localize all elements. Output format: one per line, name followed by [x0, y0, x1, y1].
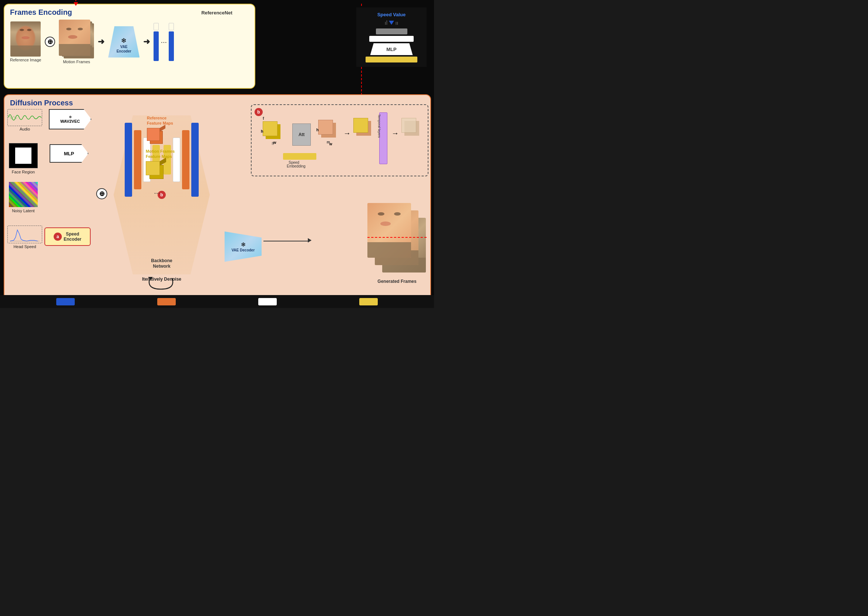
- reference-image-label: Reference Image: [10, 58, 41, 62]
- speed-value-label: Speed Value: [361, 12, 422, 17]
- svg-marker-1: [148, 277, 153, 280]
- vae-encoder-label: VAEEncoder: [117, 45, 131, 53]
- motion-feature-maps-label: Motion FramesFeature Maps: [146, 149, 175, 159]
- m-label: m: [318, 140, 339, 144]
- red-dashed-h-arrow: [367, 237, 427, 238]
- motion-frames-label: Motion Frames: [63, 60, 90, 64]
- mlp-top-bar: [376, 28, 407, 35]
- motion-frame-1: [59, 20, 90, 56]
- head-speed-label: Head Speed: [13, 244, 36, 249]
- red-arrow-top-head: [74, 2, 78, 6]
- decoder-arrow-head: [308, 238, 312, 242]
- noisy-latent-label: Noisy Latent: [12, 209, 35, 213]
- f-cube: [263, 121, 283, 141]
- wav2vec-box: ❄ WAV2VEC: [49, 109, 91, 129]
- ref-cubes: [147, 128, 165, 146]
- motion-cube-front: [146, 161, 160, 175]
- mlp-diffusion-label: MLP: [64, 151, 74, 156]
- vae-decoder-snowflake: ❄: [241, 241, 246, 248]
- generated-frames-stack: [367, 203, 427, 277]
- plus-operator: ⊕: [45, 37, 55, 47]
- feat-col-sm-2: [169, 23, 174, 30]
- legend-white: [258, 298, 277, 305]
- motion-frames-container: Motion Frames: [59, 20, 94, 64]
- m-cube: [318, 120, 339, 140]
- m-h-label: h: [316, 128, 318, 132]
- mlp-stack: MLP: [361, 28, 422, 63]
- speed-embedding-label-2: Embedding: [287, 164, 306, 168]
- motion-frames-stack: [59, 20, 94, 58]
- motion-cubes: [146, 161, 166, 182]
- noisy-latent-container: Noisy Latent: [9, 182, 38, 213]
- head-speed-border: [7, 226, 42, 243]
- arrow-2: ➜: [143, 37, 150, 47]
- head-speed-container: Head Speed: [8, 226, 41, 249]
- f-cube-front: [263, 121, 277, 136]
- speed-triangle: [389, 21, 394, 25]
- frames-encoding-box: Frames Encoding ReferenceNet Reference I…: [4, 4, 255, 89]
- recurse-arrow: [142, 276, 180, 291]
- tick-1: [385, 22, 386, 25]
- backbone-label: Backbone: [151, 258, 172, 263]
- frames-content: Reference Image ⊕: [10, 20, 249, 64]
- h-side-label: h: [261, 129, 263, 134]
- speed-encoder-label: SpeedEncoder: [64, 231, 81, 242]
- decoder-to-frames-arrow: [263, 241, 308, 242]
- reference-image: [10, 22, 41, 57]
- legend-yellow-rect: [359, 298, 378, 305]
- bottom-legend: [0, 295, 434, 308]
- feat-col-sm-1: [154, 23, 159, 30]
- feature-maps-group: ···: [154, 23, 174, 61]
- face-region-label: Face Region: [12, 170, 35, 174]
- plus-combiner: ⊕: [96, 188, 107, 199]
- face-region-container: Face Region: [9, 143, 38, 174]
- ref-cube-front: [147, 128, 160, 141]
- tick-3: [396, 22, 396, 25]
- second-cube-container: [353, 118, 374, 138]
- reference-image-container: Reference Image: [10, 22, 41, 62]
- vae-decoder-label: VAE Decoder: [232, 248, 255, 253]
- speed-embedding-bar: [283, 153, 316, 160]
- enc-col-orange: [134, 130, 141, 189]
- audio-container: Audio: [8, 110, 41, 131]
- legend-orange-rect: [157, 298, 176, 305]
- dec-col-blue-1: [191, 123, 198, 197]
- temporal-layers-label: Temporal layers: [377, 114, 381, 138]
- legend-blue: [56, 298, 75, 305]
- arrow-1: ➜: [98, 37, 104, 47]
- wav2vec-snowflake: ❄: [69, 115, 72, 119]
- generated-frames-container: Generated Frames: [367, 203, 427, 284]
- speed-slider: [361, 20, 422, 25]
- legend-blue-rect: [56, 298, 75, 305]
- tick-2: [387, 20, 387, 25]
- vae-decoder-container: ❄ VAE Decoder: [225, 231, 262, 262]
- diffusion-box: Diffusion Process Audio Face Region Nois…: [4, 94, 431, 303]
- audio-label: Audio: [20, 127, 30, 131]
- referencenet-label: ReferenceNet: [201, 10, 232, 16]
- second-cube: [353, 118, 374, 138]
- vae-encoder-container: ❄ VAEEncoder: [108, 26, 140, 58]
- w-label-1: w: [273, 140, 276, 145]
- second-cube-front: [353, 118, 368, 133]
- motion-feature-maps-container: Motion FramesFeature Maps: [146, 149, 175, 182]
- main-container: Frames Encoding ReferenceNet Reference I…: [0, 0, 434, 308]
- m-w-label: w: [329, 142, 332, 146]
- feat-col-blue-2: [169, 31, 174, 61]
- speed-encoder-box: a SpeedEncoder: [44, 227, 91, 246]
- feat-col-blue-1: [154, 31, 159, 61]
- noisy-latent-box: [9, 182, 38, 207]
- final-cube: [402, 118, 422, 138]
- legend-white-rect: [258, 298, 277, 305]
- wav2vec-label: WAV2VEC: [60, 119, 80, 124]
- audio-border: [7, 109, 42, 126]
- mlp-bottom-bar: [365, 57, 417, 63]
- legend-yellow: [359, 298, 378, 305]
- detail-box: b f h h w Att Speed Embedding: [251, 104, 428, 176]
- speed-panel: Speed Value MLP: [356, 7, 427, 67]
- face-region-white-box: [15, 148, 32, 164]
- gen-frame-front: [367, 203, 411, 258]
- final-cube-container: [402, 118, 422, 138]
- generated-frames-label: Generated Frames: [377, 279, 416, 284]
- badge-a-speed: a: [54, 233, 62, 241]
- att-label: Att: [299, 132, 305, 137]
